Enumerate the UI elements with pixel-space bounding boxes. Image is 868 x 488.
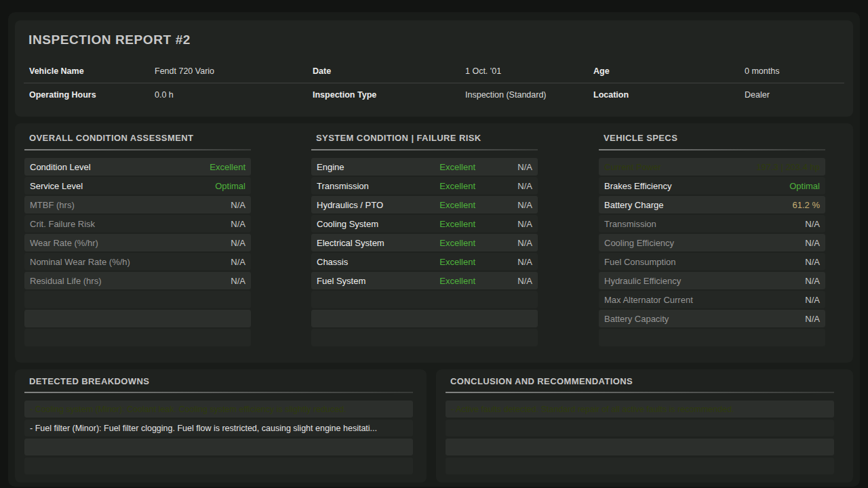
empty-row xyxy=(24,458,413,474)
row-label: Fuel Consumption xyxy=(604,257,805,267)
row-value: 61.2 % xyxy=(793,200,820,210)
location-label: Location xyxy=(593,90,745,100)
row-risk: N/A xyxy=(475,276,532,286)
detected-breakdowns-panel: DETECTED BREAKDOWNS - Cooling system (Mi… xyxy=(15,369,427,483)
empty-row xyxy=(446,458,834,474)
row-label: Nominal Wear Rate (%/h) xyxy=(30,257,231,267)
data-row: Condition LevelExcellent xyxy=(24,158,251,176)
empty-row xyxy=(24,439,413,455)
data-row: Nominal Wear Rate (%/h)N/A xyxy=(24,253,251,270)
inspection-type-value: Inspection (Standard) xyxy=(465,90,593,100)
row-label: Battery Capacity xyxy=(604,314,805,324)
section-title: DETECTED BREAKDOWNS xyxy=(29,376,149,386)
row-status: Excellent xyxy=(399,238,475,248)
empty-row xyxy=(24,310,251,327)
empty-row xyxy=(24,291,251,308)
row-label: Max Alternator Current xyxy=(604,295,805,305)
empty-row xyxy=(311,291,538,308)
vehicle-specs-panel: VEHICLE SPECS Current Power197.3 | 203.4… xyxy=(599,123,825,363)
row-label: Fuel System xyxy=(317,276,399,286)
section-underline xyxy=(446,392,834,393)
data-row: Brakes EfficiencyOptimal xyxy=(599,177,825,195)
data-row: MTBF (hrs)N/A xyxy=(24,196,251,214)
row-status: Excellent xyxy=(399,276,475,286)
data-row: Cooling SystemExcellentN/A xyxy=(311,215,538,232)
row-value: N/A xyxy=(231,200,245,210)
data-row: ChassisExcellentN/A xyxy=(311,253,538,270)
data-row: TransmissionExcellentN/A xyxy=(311,177,538,195)
row-value: Excellent xyxy=(210,162,245,172)
section-title: SYSTEM CONDITION | FAILURE RISK xyxy=(316,133,481,143)
section-underline xyxy=(599,149,825,150)
data-row: Cooling EfficiencyN/A xyxy=(599,234,825,251)
condition-panels-section: OVERALL CONDITION ASSESSMENT Condition L… xyxy=(15,123,853,363)
row-label: Service Level xyxy=(30,181,215,191)
row-label: Residual Life (hrs) xyxy=(30,276,231,286)
row-value: N/A xyxy=(231,276,245,286)
row-status: Excellent xyxy=(399,219,475,229)
row-status: Excellent xyxy=(399,257,475,267)
section-underline xyxy=(24,149,251,150)
conclusion-list: - Active faults detected. Standard repai… xyxy=(446,401,834,476)
row-text: - Active faults detected. Standard repai… xyxy=(451,405,734,414)
row-value: N/A xyxy=(231,219,245,229)
empty-row xyxy=(446,439,834,455)
data-row: Battery Charge61.2 % xyxy=(599,196,825,214)
page-title: INSPECTION REPORT #2 xyxy=(28,33,191,47)
row-value: N/A xyxy=(805,219,820,229)
conclusion-panel: CONCLUSION AND RECOMMENDATIONS - Active … xyxy=(436,369,853,483)
row-value: N/A xyxy=(805,295,820,305)
inspection-report-screen: INSPECTION REPORT #2 Vehicle Name Fendt … xyxy=(0,0,868,488)
operating-hours-value: 0.0 h xyxy=(155,90,313,100)
empty-row xyxy=(311,310,538,327)
data-row: Max Alternator CurrentN/A xyxy=(599,291,825,308)
row-label: Chassis xyxy=(317,257,399,267)
row-value: Optimal xyxy=(215,181,245,191)
operating-hours-label: Operating Hours xyxy=(29,90,155,100)
row-status: Excellent xyxy=(399,200,475,210)
row-risk: N/A xyxy=(475,257,532,267)
inspection-type-label: Inspection Type xyxy=(313,90,465,100)
data-row: Hydraulic EfficiencyN/A xyxy=(599,272,825,289)
report-line: - Active faults detected. Standard repai… xyxy=(446,401,834,418)
vehicle-name-label: Vehicle Name xyxy=(29,66,155,76)
row-label: Wear Rate (%/hr) xyxy=(30,238,231,248)
breakdowns-list: - Cooling system (Minor): Coolant leak. … xyxy=(24,401,413,476)
overall-condition-panel: OVERALL CONDITION ASSESSMENT Condition L… xyxy=(24,123,251,363)
row-value: N/A xyxy=(231,238,245,248)
data-row: TransmissionN/A xyxy=(599,215,825,232)
data-row: Hydraulics / PTOExcellentN/A xyxy=(311,196,538,214)
row-text: - Cooling system (Minor): Coolant leak. … xyxy=(30,405,347,414)
row-label: Engine xyxy=(317,162,399,172)
vehicle-specs-list: Current Power197.3 | 203.4 hpBrakes Effi… xyxy=(599,158,825,348)
data-row: Current Power197.3 | 203.4 hp xyxy=(599,158,825,176)
report-card: INSPECTION REPORT #2 Vehicle Name Fendt … xyxy=(8,12,860,487)
row-label: Transmission xyxy=(317,181,399,191)
empty-row xyxy=(446,420,834,436)
report-line: - Cooling system (Minor): Coolant leak. … xyxy=(24,401,413,418)
row-label: Condition Level xyxy=(30,162,210,172)
row-risk: N/A xyxy=(475,181,532,191)
row-label: Battery Charge xyxy=(604,200,793,210)
section-underline xyxy=(311,149,538,150)
row-label: MTBF (hrs) xyxy=(30,200,231,210)
empty-row xyxy=(599,329,825,346)
overall-condition-list: Condition LevelExcellentService LevelOpt… xyxy=(24,158,251,348)
row-label: Cooling System xyxy=(317,219,399,229)
section-title: OVERALL CONDITION ASSESSMENT xyxy=(29,133,193,143)
section-underline xyxy=(24,392,413,393)
row-risk: N/A xyxy=(475,200,532,210)
row-value: N/A xyxy=(231,257,245,267)
row-value: N/A xyxy=(805,276,820,286)
section-title: VEHICLE SPECS xyxy=(604,133,677,143)
header-info-row: Operating Hours 0.0 h Inspection Type In… xyxy=(29,83,842,106)
date-value: 1 Oct. '01 xyxy=(465,66,593,76)
data-row: Residual Life (hrs)N/A xyxy=(24,272,251,289)
row-label: Current Power xyxy=(604,162,756,172)
data-row: Electrical SystemExcellentN/A xyxy=(311,234,538,251)
age-label: Age xyxy=(593,66,745,76)
row-text: - Fuel filter (Minor): Fuel filter clogg… xyxy=(30,424,377,433)
empty-row xyxy=(24,329,251,346)
row-status: Excellent xyxy=(399,181,475,191)
data-row: Service LevelOptimal xyxy=(24,177,251,195)
